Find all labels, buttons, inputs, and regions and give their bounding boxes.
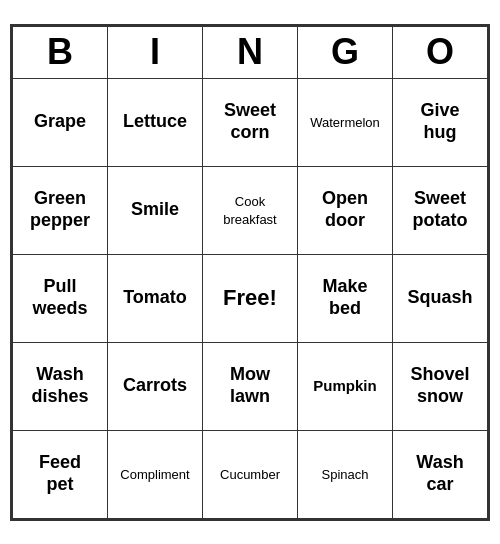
cell-label: Watermelon bbox=[310, 115, 380, 130]
bingo-cell: Grape bbox=[13, 78, 108, 166]
bingo-cell: Tomato bbox=[108, 254, 203, 342]
cell-label: Pumpkin bbox=[313, 377, 376, 394]
cell-label: Sweetpotato bbox=[413, 188, 468, 230]
bingo-cell: Cucumber bbox=[203, 430, 298, 518]
cell-label: Opendoor bbox=[322, 188, 368, 230]
bingo-cell: Lettuce bbox=[108, 78, 203, 166]
bingo-cell: Washcar bbox=[393, 430, 488, 518]
bingo-cell: Free! bbox=[203, 254, 298, 342]
cell-label: Lettuce bbox=[123, 111, 187, 131]
bingo-card: BINGO GrapeLettuceSweetcornWatermelonGiv… bbox=[10, 24, 490, 521]
bingo-cell: Cookbreakfast bbox=[203, 166, 298, 254]
cell-label: Washcar bbox=[416, 452, 463, 494]
bingo-cell: Watermelon bbox=[298, 78, 393, 166]
bingo-cell: Greenpepper bbox=[13, 166, 108, 254]
cell-label: Givehug bbox=[420, 100, 459, 142]
cell-label: Washdishes bbox=[31, 364, 88, 406]
bingo-cell: Spinach bbox=[298, 430, 393, 518]
header-cell: I bbox=[108, 26, 203, 78]
cell-label: Greenpepper bbox=[30, 188, 90, 230]
bingo-cell: Opendoor bbox=[298, 166, 393, 254]
bingo-row: GrapeLettuceSweetcornWatermelonGivehug bbox=[13, 78, 488, 166]
bingo-cell: Sweetcorn bbox=[203, 78, 298, 166]
cell-label: Feedpet bbox=[39, 452, 81, 494]
cell-label: Smile bbox=[131, 199, 179, 219]
cell-label: Spinach bbox=[322, 467, 369, 482]
bingo-cell: Shovelsnow bbox=[393, 342, 488, 430]
cell-label: Pullweeds bbox=[32, 276, 87, 318]
header-row: BINGO bbox=[13, 26, 488, 78]
bingo-cell: Squash bbox=[393, 254, 488, 342]
cell-label: Grape bbox=[34, 111, 86, 131]
cell-label: Mowlawn bbox=[230, 364, 270, 406]
header-cell: G bbox=[298, 26, 393, 78]
cell-label: Cucumber bbox=[220, 467, 280, 482]
bingo-cell: Mowlawn bbox=[203, 342, 298, 430]
bingo-cell: Feedpet bbox=[13, 430, 108, 518]
cell-label: Makebed bbox=[322, 276, 367, 318]
cell-label: Free! bbox=[223, 285, 277, 310]
bingo-cell: Pumpkin bbox=[298, 342, 393, 430]
bingo-cell: Makebed bbox=[298, 254, 393, 342]
bingo-row: GreenpepperSmileCookbreakfastOpendoorSwe… bbox=[13, 166, 488, 254]
bingo-cell: Carrots bbox=[108, 342, 203, 430]
cell-label: Compliment bbox=[120, 467, 189, 482]
cell-label: Carrots bbox=[123, 375, 187, 395]
cell-label: Squash bbox=[407, 287, 472, 307]
bingo-cell: Washdishes bbox=[13, 342, 108, 430]
bingo-cell: Givehug bbox=[393, 78, 488, 166]
header-cell: O bbox=[393, 26, 488, 78]
cell-label: Cookbreakfast bbox=[223, 194, 276, 227]
bingo-row: FeedpetComplimentCucumberSpinachWashcar bbox=[13, 430, 488, 518]
header-cell: N bbox=[203, 26, 298, 78]
bingo-row: WashdishesCarrotsMowlawnPumpkinShovelsno… bbox=[13, 342, 488, 430]
bingo-cell: Smile bbox=[108, 166, 203, 254]
bingo-cell: Compliment bbox=[108, 430, 203, 518]
bingo-row: PullweedsTomatoFree!MakebedSquash bbox=[13, 254, 488, 342]
cell-label: Sweetcorn bbox=[224, 100, 276, 142]
cell-label: Tomato bbox=[123, 287, 187, 307]
cell-label: Shovelsnow bbox=[410, 364, 469, 406]
bingo-cell: Sweetpotato bbox=[393, 166, 488, 254]
bingo-cell: Pullweeds bbox=[13, 254, 108, 342]
header-cell: B bbox=[13, 26, 108, 78]
